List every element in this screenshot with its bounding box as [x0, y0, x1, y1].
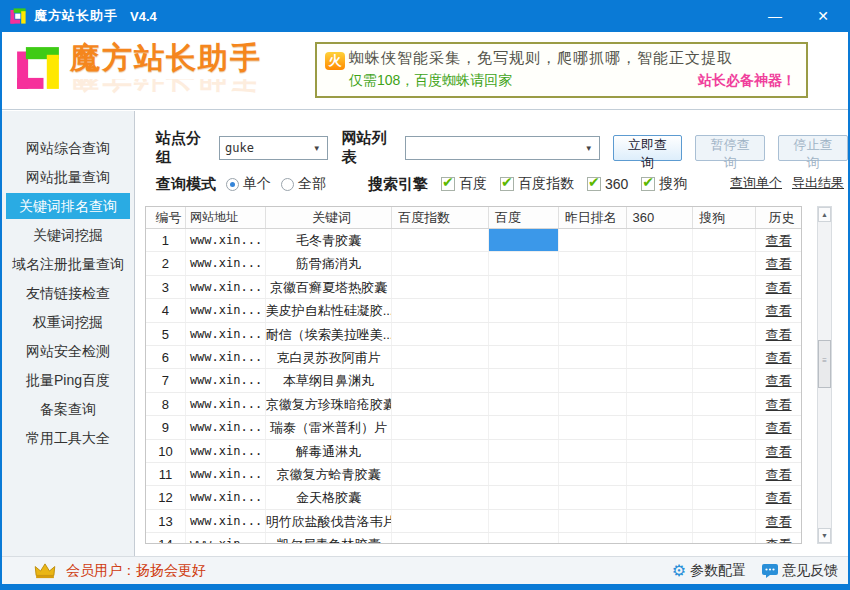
site-list-select[interactable]: ▼: [405, 136, 600, 160]
ad-banner[interactable]: 火 蜘蛛侠智能采集，免写规则，爬哪抓哪，智能正文提取 仅需108，百度蜘蛛请回家…: [315, 42, 808, 98]
table-row[interactable]: 13www.xin...明竹欣盐酸伐昔洛韦片查看: [146, 510, 801, 533]
table-row[interactable]: 5www.xin...耐信（埃索美拉唑美...查看: [146, 323, 801, 346]
view-history-link[interactable]: 查看: [766, 350, 792, 365]
stop-query-button[interactable]: 停止查询: [778, 135, 848, 161]
view-history-link[interactable]: 查看: [766, 467, 792, 482]
row-number-cell: 9: [146, 416, 186, 438]
rank-360-cell: [627, 533, 694, 544]
table-row[interactable]: 2www.xin...筋骨痛消丸查看: [146, 252, 801, 275]
feedback-button[interactable]: 意见反馈: [762, 562, 838, 580]
keyword-cell: 本草纲目鼻渊丸: [266, 369, 393, 391]
minimize-button[interactable]: —: [762, 1, 788, 31]
query-now-button[interactable]: 立即查询: [613, 135, 683, 161]
column-header[interactable]: 昨日排名: [559, 207, 627, 228]
sidebar-item[interactable]: 权重词挖掘: [6, 309, 130, 335]
query-mode-radio[interactable]: 全部: [281, 175, 326, 193]
sidebar-item[interactable]: 网站批量查询: [6, 164, 130, 190]
view-history-link[interactable]: 查看: [766, 420, 792, 435]
sidebar-item[interactable]: 批量Ping百度: [6, 367, 130, 393]
sidebar-item[interactable]: 关键词排名查询: [6, 193, 130, 219]
scrollbar-thumb[interactable]: ≡: [818, 340, 831, 388]
search-engine-checkbox[interactable]: ✔百度指数: [500, 175, 574, 193]
view-history-link[interactable]: 查看: [766, 280, 792, 295]
column-header[interactable]: 历史: [756, 207, 801, 228]
quick-links: 查询单个 导出结果: [730, 174, 844, 192]
keyword-cell: 解毒通淋丸: [266, 440, 393, 462]
sidebar-item[interactable]: 友情链接检查: [6, 280, 130, 306]
column-header[interactable]: 关键词: [266, 207, 393, 228]
results-table: 编号网站地址关键词百度指数百度昨日排名360搜狗历史 1www.xin...毛冬…: [145, 206, 802, 544]
yesterday-rank-cell: [559, 299, 627, 321]
checkbox-icon[interactable]: ✔: [587, 177, 601, 191]
view-history-link[interactable]: 查看: [766, 256, 792, 271]
history-cell: 查看: [756, 416, 801, 438]
search-engine-checkbox[interactable]: ✔360: [587, 175, 628, 193]
view-history-link[interactable]: 查看: [766, 490, 792, 505]
column-header[interactable]: 360: [627, 207, 694, 228]
table-row[interactable]: 8www.xin...京徽复方珍珠暗疮胶囊查看: [146, 393, 801, 416]
scroll-down-icon[interactable]: ▼: [818, 528, 831, 543]
row-number-cell: 10: [146, 440, 186, 462]
query-single-link[interactable]: 查询单个: [730, 174, 782, 192]
radio-icon[interactable]: [281, 178, 294, 191]
view-history-link[interactable]: 查看: [766, 327, 792, 342]
view-history-link[interactable]: 查看: [766, 397, 792, 412]
search-engine-checkbox[interactable]: ✔搜狗: [641, 175, 687, 193]
view-history-link[interactable]: 查看: [766, 537, 792, 544]
column-header[interactable]: 搜狗: [693, 207, 756, 228]
view-history-link[interactable]: 查看: [766, 373, 792, 388]
scroll-up-icon[interactable]: ▲: [818, 207, 831, 222]
table-row[interactable]: 12www.xin...金天格胶囊查看: [146, 486, 801, 509]
status-bar: 会员用户：扬扬会更好 ⚙ 参数配置 意见反馈: [2, 556, 848, 584]
column-header[interactable]: 网站地址: [186, 207, 266, 228]
close-button[interactable]: ✕: [810, 1, 836, 31]
view-history-link[interactable]: 查看: [766, 444, 792, 459]
site-url-cell: www.xin...: [186, 486, 266, 508]
rank-360-cell: [627, 486, 694, 508]
yesterday-rank-cell: [559, 369, 627, 391]
column-header[interactable]: 百度: [489, 207, 559, 228]
baidu-index-cell: [392, 369, 489, 391]
table-row[interactable]: 3www.xin...京徽百癣夏塔热胶囊查看: [146, 276, 801, 299]
table-row[interactable]: 9www.xin...瑞泰（雷米普利）片查看: [146, 416, 801, 439]
column-header[interactable]: 百度指数: [392, 207, 489, 228]
table-row[interactable]: 1www.xin...毛冬青胶囊查看: [146, 229, 801, 252]
checkbox-icon[interactable]: ✔: [441, 177, 455, 191]
table-row[interactable]: 4www.xin...美皮护自粘性硅凝胶...查看: [146, 299, 801, 322]
sidebar-item[interactable]: 常用工具大全: [6, 425, 130, 451]
search-engine-checkbox[interactable]: ✔百度: [441, 175, 487, 193]
table-row[interactable]: 6www.xin...克白灵苏孜阿甫片查看: [146, 346, 801, 369]
column-header[interactable]: 编号: [146, 207, 186, 228]
parameter-settings-button[interactable]: ⚙ 参数配置: [672, 562, 746, 580]
table-row[interactable]: 10www.xin...解毒通淋丸查看: [146, 440, 801, 463]
table-row[interactable]: 11www.xin...京徽复方蛤青胶囊查看: [146, 463, 801, 486]
view-history-link[interactable]: 查看: [766, 514, 792, 529]
baidu-index-cell: [392, 229, 489, 251]
vertical-scrollbar[interactable]: ▲ ≡ ▼: [817, 206, 832, 544]
view-history-link[interactable]: 查看: [766, 303, 792, 318]
pause-query-button[interactable]: 暂停查询: [695, 135, 765, 161]
sidebar-item[interactable]: 网站综合查询: [6, 135, 130, 161]
sidebar-item[interactable]: 备案查询: [6, 396, 130, 422]
radio-icon[interactable]: [226, 178, 239, 191]
rank-360-cell: [627, 323, 694, 345]
sogou-rank-cell: [693, 416, 756, 438]
keyword-cell: 耐信（埃索美拉唑美...: [266, 323, 393, 345]
table-row[interactable]: 7www.xin...本草纲目鼻渊丸查看: [146, 369, 801, 392]
sidebar-item[interactable]: 网站安全检测: [6, 338, 130, 364]
table-row[interactable]: 14www.xin...凯尔尼青鱼林胶囊查看: [146, 533, 801, 544]
checkbox-icon[interactable]: ✔: [500, 177, 514, 191]
header: 魔方站长助手 魔方站长助手 火 蜘蛛侠智能采集，免写规则，爬哪抓哪，智能正文提取…: [2, 32, 848, 110]
query-mode-radio[interactable]: 单个: [226, 175, 271, 193]
yesterday-rank-cell: [559, 486, 627, 508]
view-history-link[interactable]: 查看: [766, 233, 792, 248]
logo-reflection: 魔方站长助手: [70, 79, 262, 97]
sidebar-item[interactable]: 域名注册批量查询: [6, 251, 130, 277]
site-group-select[interactable]: guke ▼: [219, 136, 328, 160]
logo-text: 魔方站长助手: [70, 38, 262, 79]
keyword-cell: 毛冬青胶囊: [266, 229, 393, 251]
checkbox-icon[interactable]: ✔: [641, 177, 655, 191]
sidebar-item[interactable]: 关键词挖掘: [6, 222, 130, 248]
rank-360-cell: [627, 252, 694, 274]
export-results-link[interactable]: 导出结果: [792, 174, 844, 192]
